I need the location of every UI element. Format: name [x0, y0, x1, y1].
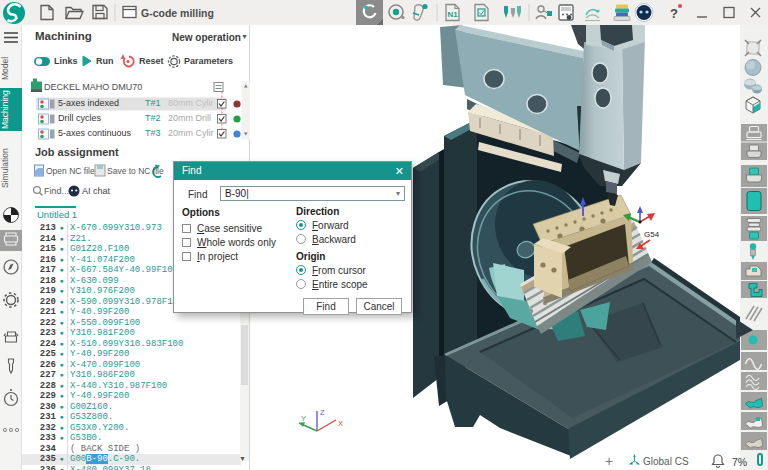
svg-text:X: X	[338, 419, 343, 428]
svg-text:N1: N1	[448, 10, 459, 19]
svg-text:Z: Z	[320, 408, 325, 417]
svg-text:Y: Y	[301, 414, 306, 423]
svg-text:G54: G54	[644, 230, 660, 239]
svg-text:?: ?	[670, 6, 678, 21]
